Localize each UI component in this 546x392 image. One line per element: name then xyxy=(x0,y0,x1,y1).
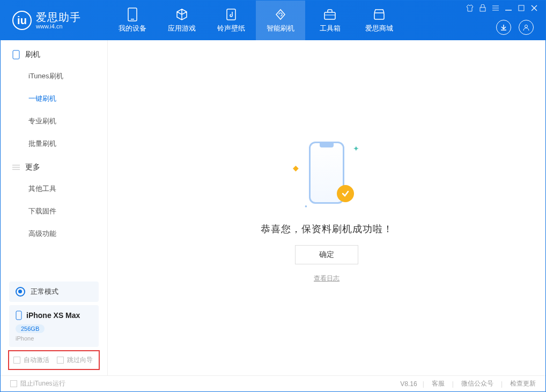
svg-rect-5 xyxy=(374,13,384,19)
window-controls xyxy=(459,1,545,16)
menu-icon[interactable] xyxy=(492,4,499,12)
success-illustration: ✦ ◆ ● xyxy=(286,132,367,213)
store-icon xyxy=(372,8,386,21)
side-other-tools[interactable]: 其他工具 xyxy=(1,177,107,200)
svg-rect-1 xyxy=(131,19,134,20)
tab-toolbox[interactable]: 工具箱 xyxy=(305,1,355,40)
side-advanced[interactable]: 高级功能 xyxy=(1,223,107,245)
footer-link-support[interactable]: 客服 xyxy=(432,379,445,388)
side-batch-flash[interactable]: 批量刷机 xyxy=(1,132,107,155)
check-badge-icon xyxy=(337,185,354,202)
svg-rect-6 xyxy=(480,8,485,11)
app-domain: www.i4.cn xyxy=(36,23,81,29)
body: 刷机 iTunes刷机 一键刷机 专业刷机 批量刷机 更多 其他工具 下载固件 … xyxy=(1,40,545,375)
ok-button[interactable]: 确定 xyxy=(295,245,358,264)
side-pro-flash[interactable]: 专业刷机 xyxy=(1,110,107,132)
maximize-icon[interactable] xyxy=(518,4,525,12)
shirt-icon[interactable] xyxy=(466,4,474,12)
app-window: iu 爱思助手 www.i4.cn 我的设备 应用游戏 铃声壁纸 智能刷机 xyxy=(0,0,546,392)
sparkle-icon: ◆ xyxy=(293,164,299,172)
tab-smart-flash[interactable]: 智能刷机 xyxy=(256,1,305,40)
logo: iu 爱思助手 www.i4.cn xyxy=(1,1,108,40)
svg-rect-11 xyxy=(519,5,524,11)
view-log-link[interactable]: 查看日志 xyxy=(314,274,340,283)
checkbox-icon xyxy=(13,357,20,364)
side-itunes-flash[interactable]: iTunes刷机 xyxy=(1,65,107,87)
checkbox-auto-activate[interactable]: 自动激活 xyxy=(13,356,49,365)
version-label: V8.16 xyxy=(400,380,417,388)
success-headline: 恭喜您，保资料刷机成功啦！ xyxy=(261,223,393,235)
tab-store[interactable]: 爱思商城 xyxy=(355,1,404,40)
user-icon[interactable] xyxy=(519,20,534,35)
main-content: ✦ ◆ ● 恭喜您，保资料刷机成功啦！ 确定 查看日志 xyxy=(108,40,545,375)
checkbox-icon xyxy=(10,380,17,387)
sparkle-icon: ● xyxy=(305,204,307,209)
device-capacity: 256GB xyxy=(16,324,45,333)
tab-apps-games[interactable]: 应用游戏 xyxy=(157,1,206,40)
device-type: iPhone xyxy=(16,335,92,342)
options-highlight: 自动激活 跳过向导 xyxy=(8,350,100,370)
header-actions xyxy=(496,20,534,35)
footer-links: | 客服 | 微信公众号 | 检查更新 xyxy=(423,379,536,388)
refresh-icon xyxy=(274,8,287,21)
checkbox-block-itunes[interactable]: 阻止iTunes运行 xyxy=(10,379,65,388)
checkbox-icon xyxy=(57,357,64,364)
phone-small-icon xyxy=(12,50,20,60)
tab-my-device[interactable]: 我的设备 xyxy=(108,1,157,40)
svg-rect-19 xyxy=(16,311,21,320)
header: iu 爱思助手 www.i4.cn 我的设备 应用游戏 铃声壁纸 智能刷机 xyxy=(1,1,545,40)
sidebar-group-flash: 刷机 xyxy=(1,42,107,65)
footer-link-update[interactable]: 检查更新 xyxy=(510,379,536,388)
sidebar: 刷机 iTunes刷机 一键刷机 专业刷机 批量刷机 更多 其他工具 下载固件 … xyxy=(1,40,108,375)
side-onekey-flash[interactable]: 一键刷机 xyxy=(1,87,107,110)
mode-icon xyxy=(16,287,25,297)
svg-rect-15 xyxy=(13,50,19,59)
nav-tabs: 我的设备 应用游戏 铃声壁纸 智能刷机 工具箱 爱思商城 xyxy=(108,1,404,40)
sparkle-icon: ✦ xyxy=(353,144,359,153)
sidebar-group-more: 更多 xyxy=(1,155,107,177)
device-card[interactable]: iPhone XS Max 256GB iPhone xyxy=(9,305,99,347)
svg-rect-3 xyxy=(324,12,335,19)
device-small-icon xyxy=(16,310,22,320)
app-name: 爱思助手 xyxy=(36,11,81,23)
device-icon xyxy=(126,8,139,21)
lock-icon[interactable] xyxy=(479,4,486,12)
cube-icon xyxy=(175,8,189,21)
side-download-firmware[interactable]: 下载固件 xyxy=(1,200,107,223)
list-icon xyxy=(12,164,20,171)
mode-card[interactable]: 正常模式 xyxy=(9,282,99,302)
download-icon[interactable] xyxy=(496,20,511,35)
music-icon xyxy=(224,8,238,21)
tab-ringtone-wallpaper[interactable]: 铃声壁纸 xyxy=(206,1,256,40)
footer: 阻止iTunes运行 V8.16 | 客服 | 微信公众号 | 检查更新 xyxy=(1,375,545,391)
checkbox-skip-guide[interactable]: 跳过向导 xyxy=(57,356,93,365)
minimize-icon[interactable] xyxy=(505,4,512,12)
toolbox-icon xyxy=(323,8,337,21)
svg-point-14 xyxy=(525,25,528,28)
logo-icon: iu xyxy=(12,11,32,30)
footer-link-wechat[interactable]: 微信公众号 xyxy=(461,379,493,388)
close-icon[interactable] xyxy=(530,4,538,12)
